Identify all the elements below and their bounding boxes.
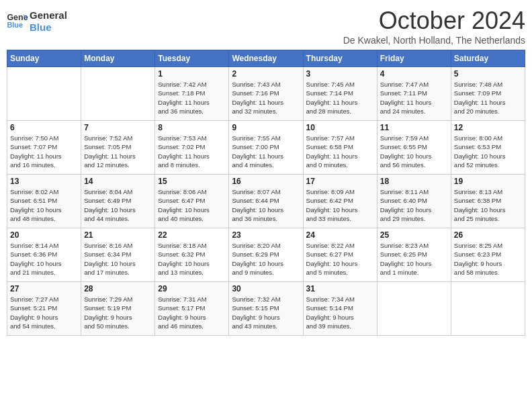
calendar-cell: [81, 67, 155, 121]
day-info: Sunrise: 8:25 AM Sunset: 6:23 PM Dayligh…: [454, 241, 522, 277]
calendar-week-2: 6Sunrise: 7:50 AM Sunset: 7:07 PM Daylig…: [7, 121, 525, 175]
weekday-header-sunday: Sunday: [7, 50, 81, 67]
calendar-cell: 29Sunrise: 7:31 AM Sunset: 5:17 PM Dayli…: [155, 282, 229, 336]
day-info: Sunrise: 8:07 AM Sunset: 6:44 PM Dayligh…: [232, 187, 300, 223]
day-number: 15: [158, 177, 226, 186]
day-number: 25: [380, 230, 448, 240]
day-number: 1: [158, 69, 226, 79]
day-number: 7: [84, 123, 152, 132]
calendar-cell: 28Sunrise: 7:29 AM Sunset: 5:19 PM Dayli…: [81, 282, 155, 336]
day-number: 9: [232, 123, 300, 132]
calendar-cell: 17Sunrise: 8:09 AM Sunset: 6:42 PM Dayli…: [303, 175, 377, 228]
calendar-cell: 22Sunrise: 8:18 AM Sunset: 6:32 PM Dayli…: [155, 228, 229, 282]
day-number: 21: [84, 230, 152, 240]
day-number: 12: [454, 123, 522, 132]
day-info: Sunrise: 8:20 AM Sunset: 6:29 PM Dayligh…: [232, 241, 300, 277]
weekday-header-saturday: Saturday: [451, 50, 525, 67]
calendar-cell: [377, 282, 451, 336]
day-number: 31: [306, 284, 374, 293]
day-number: 6: [10, 123, 78, 132]
weekday-header-thursday: Thursday: [303, 50, 377, 67]
day-number: 22: [158, 230, 226, 240]
day-info: Sunrise: 7:52 AM Sunset: 7:05 PM Dayligh…: [84, 134, 152, 169]
day-info: Sunrise: 7:42 AM Sunset: 7:18 PM Dayligh…: [158, 80, 226, 116]
day-number: 20: [10, 230, 78, 240]
calendar-cell: 1Sunrise: 7:42 AM Sunset: 7:18 PM Daylig…: [155, 67, 229, 121]
logo: General Blue General Blue: [7, 9, 67, 34]
day-info: Sunrise: 8:22 AM Sunset: 6:27 PM Dayligh…: [306, 241, 374, 277]
day-number: 5: [454, 69, 522, 79]
calendar-week-3: 13Sunrise: 8:02 AM Sunset: 6:51 PM Dayli…: [7, 175, 525, 228]
calendar-cell: 11Sunrise: 7:59 AM Sunset: 6:55 PM Dayli…: [377, 121, 451, 175]
day-info: Sunrise: 8:00 AM Sunset: 6:53 PM Dayligh…: [454, 134, 522, 169]
day-info: Sunrise: 8:16 AM Sunset: 6:34 PM Dayligh…: [84, 241, 152, 277]
calendar-cell: 24Sunrise: 8:22 AM Sunset: 6:27 PM Dayli…: [303, 228, 377, 282]
day-info: Sunrise: 8:18 AM Sunset: 6:32 PM Dayligh…: [158, 241, 226, 277]
day-number: 16: [232, 177, 300, 186]
day-info: Sunrise: 8:14 AM Sunset: 6:36 PM Dayligh…: [10, 241, 78, 277]
svg-text:Blue: Blue: [7, 21, 23, 29]
day-number: 18: [380, 177, 448, 186]
title-block: October 2024 De Kwakel, North Holland, T…: [343, 7, 525, 46]
day-info: Sunrise: 7:53 AM Sunset: 7:02 PM Dayligh…: [158, 134, 226, 169]
calendar-cell: 18Sunrise: 8:11 AM Sunset: 6:40 PM Dayli…: [377, 175, 451, 228]
weekday-header-wednesday: Wednesday: [229, 50, 303, 67]
day-info: Sunrise: 7:34 AM Sunset: 5:14 PM Dayligh…: [306, 295, 374, 330]
day-info: Sunrise: 8:06 AM Sunset: 6:47 PM Dayligh…: [158, 187, 226, 223]
weekday-header-monday: Monday: [81, 50, 155, 67]
day-info: Sunrise: 7:55 AM Sunset: 7:00 PM Dayligh…: [232, 134, 300, 169]
logo-icon: General Blue: [7, 12, 28, 31]
day-info: Sunrise: 7:47 AM Sunset: 7:11 PM Dayligh…: [380, 80, 448, 116]
day-info: Sunrise: 7:31 AM Sunset: 5:17 PM Dayligh…: [158, 295, 226, 330]
calendar-cell: 5Sunrise: 7:48 AM Sunset: 7:09 PM Daylig…: [451, 67, 525, 121]
calendar-week-1: 1Sunrise: 7:42 AM Sunset: 7:18 PM Daylig…: [7, 67, 525, 121]
day-info: Sunrise: 7:50 AM Sunset: 7:07 PM Dayligh…: [10, 134, 78, 169]
calendar-cell: 15Sunrise: 8:06 AM Sunset: 6:47 PM Dayli…: [155, 175, 229, 228]
logo-line1: General: [30, 9, 67, 21]
calendar-cell: [7, 67, 81, 121]
calendar-cell: 26Sunrise: 8:25 AM Sunset: 6:23 PM Dayli…: [451, 228, 525, 282]
day-number: 4: [380, 69, 448, 79]
day-info: Sunrise: 7:48 AM Sunset: 7:09 PM Dayligh…: [454, 80, 522, 116]
calendar-cell: 10Sunrise: 7:57 AM Sunset: 6:58 PM Dayli…: [303, 121, 377, 175]
day-number: 23: [232, 230, 300, 240]
day-number: 17: [306, 177, 374, 186]
calendar-cell: 6Sunrise: 7:50 AM Sunset: 7:07 PM Daylig…: [7, 121, 81, 175]
day-number: 11: [380, 123, 448, 132]
day-info: Sunrise: 8:04 AM Sunset: 6:49 PM Dayligh…: [84, 187, 152, 223]
weekday-header-row: SundayMondayTuesdayWednesdayThursdayFrid…: [7, 50, 525, 67]
calendar-cell: 12Sunrise: 8:00 AM Sunset: 6:53 PM Dayli…: [451, 121, 525, 175]
day-number: 3: [306, 69, 374, 79]
day-number: 29: [158, 284, 226, 293]
day-number: 26: [454, 230, 522, 240]
day-number: 8: [158, 123, 226, 132]
calendar-cell: 3Sunrise: 7:45 AM Sunset: 7:14 PM Daylig…: [303, 67, 377, 121]
day-info: Sunrise: 7:59 AM Sunset: 6:55 PM Dayligh…: [380, 134, 448, 169]
day-number: 28: [84, 284, 152, 293]
day-number: 10: [306, 123, 374, 132]
calendar-cell: 9Sunrise: 7:55 AM Sunset: 7:00 PM Daylig…: [229, 121, 303, 175]
day-number: 13: [10, 177, 78, 186]
calendar-cell: 2Sunrise: 7:43 AM Sunset: 7:16 PM Daylig…: [229, 67, 303, 121]
calendar-cell: 13Sunrise: 8:02 AM Sunset: 6:51 PM Dayli…: [7, 175, 81, 228]
calendar-cell: 19Sunrise: 8:13 AM Sunset: 6:38 PM Dayli…: [451, 175, 525, 228]
day-info: Sunrise: 7:57 AM Sunset: 6:58 PM Dayligh…: [306, 134, 374, 169]
calendar-cell: 4Sunrise: 7:47 AM Sunset: 7:11 PM Daylig…: [377, 67, 451, 121]
month-title: October 2024: [343, 7, 525, 35]
calendar-cell: 27Sunrise: 7:27 AM Sunset: 5:21 PM Dayli…: [7, 282, 81, 336]
calendar-week-5: 27Sunrise: 7:27 AM Sunset: 5:21 PM Dayli…: [7, 282, 525, 336]
weekday-header-friday: Friday: [377, 50, 451, 67]
calendar-cell: 30Sunrise: 7:32 AM Sunset: 5:15 PM Dayli…: [229, 282, 303, 336]
day-info: Sunrise: 7:29 AM Sunset: 5:19 PM Dayligh…: [84, 295, 152, 330]
day-info: Sunrise: 7:43 AM Sunset: 7:16 PM Dayligh…: [232, 80, 300, 116]
day-number: 24: [306, 230, 374, 240]
day-info: Sunrise: 8:02 AM Sunset: 6:51 PM Dayligh…: [10, 187, 78, 223]
calendar-cell: 25Sunrise: 8:23 AM Sunset: 6:25 PM Dayli…: [377, 228, 451, 282]
calendar-cell: 31Sunrise: 7:34 AM Sunset: 5:14 PM Dayli…: [303, 282, 377, 336]
calendar-cell: 23Sunrise: 8:20 AM Sunset: 6:29 PM Dayli…: [229, 228, 303, 282]
day-number: 19: [454, 177, 522, 186]
day-info: Sunrise: 8:13 AM Sunset: 6:38 PM Dayligh…: [454, 187, 522, 223]
day-info: Sunrise: 7:32 AM Sunset: 5:15 PM Dayligh…: [232, 295, 300, 330]
day-number: 14: [84, 177, 152, 186]
calendar-week-4: 20Sunrise: 8:14 AM Sunset: 6:36 PM Dayli…: [7, 228, 525, 282]
